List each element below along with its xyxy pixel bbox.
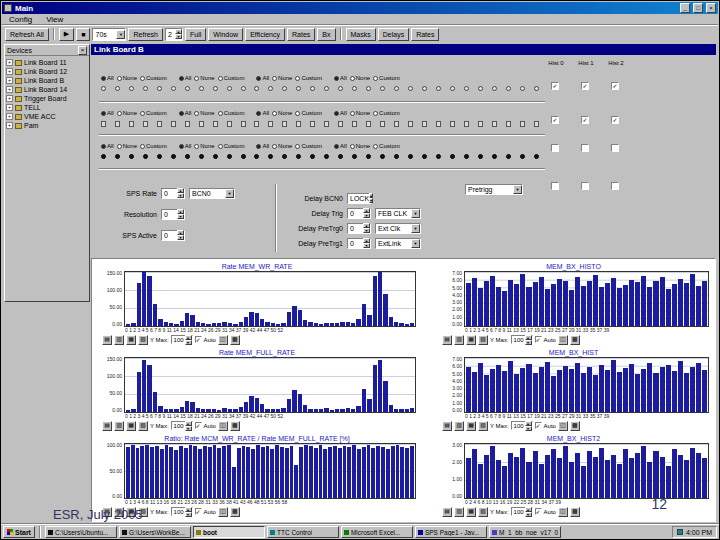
print-icon[interactable]: ▥ [114,335,124,345]
channel-indicator[interactable] [171,154,176,159]
mask-radio-none[interactable]: None [117,110,137,116]
channel-indicator[interactable] [143,121,148,127]
spinner-icon[interactable]: ▴▾ [363,223,370,233]
channel-indicator[interactable] [478,121,483,127]
toolbar-button-refresh[interactable]: Refresh [128,28,163,41]
panel-close-icon[interactable]: × [78,46,87,55]
mask-radio-all[interactable]: All [256,143,269,149]
mask-radio-none[interactable]: None [117,75,137,81]
print-icon[interactable]: ▥ [454,507,464,517]
channel-indicator[interactable] [366,121,371,127]
channel-indicator[interactable] [380,86,385,91]
zoom-icon[interactable]: ◫ [218,421,228,431]
expand-icon[interactable]: + [6,104,13,111]
channel-indicator[interactable] [422,121,427,127]
toolbar-count-field[interactable]: 2▴▾ [165,28,183,41]
channel-indicator[interactable] [506,154,511,159]
delay-trig-field[interactable]: 0 ▴▾ [347,208,371,219]
channel-indicator[interactable] [408,121,413,127]
channel-indicator[interactable] [310,154,315,159]
start-button[interactable]: Start [3,526,35,538]
mask-radio-all[interactable]: All [334,143,347,149]
toolbar-button-rates[interactable]: Rates [411,28,439,41]
delay-pretrg1-field[interactable]: 0 ▴▾ [347,238,371,249]
task-button-ttc-control[interactable]: TTC Control [267,526,339,538]
channel-indicator[interactable] [506,86,511,91]
zoom-icon[interactable]: ◫ [558,421,568,431]
mask-radio-custom[interactable]: Custom [295,75,322,81]
channel-indicator[interactable] [520,121,525,127]
channel-indicator[interactable] [366,154,371,159]
mask-radio-none[interactable]: None [350,75,370,81]
mask-radio-custom[interactable]: Custom [140,143,167,149]
color-icon[interactable]: ▩ [570,421,580,431]
copy-icon[interactable]: ▦ [466,507,476,517]
channel-indicator[interactable] [450,86,455,91]
mask-radio-custom[interactable]: Custom [218,75,245,81]
toolbar-button-efficiency[interactable]: Efficiency [245,28,285,41]
channel-indicator[interactable] [185,121,190,127]
ymax-field[interactable]: 100▴▾ [171,507,193,516]
spinner-icon[interactable]: ▴▾ [185,335,192,345]
mask-radio-none[interactable]: None [194,110,214,116]
spinner-icon[interactable]: ▴▾ [185,507,192,517]
auto-checkbox[interactable]: ✓ [535,422,542,429]
channel-indicator[interactable] [101,121,106,127]
maximize-icon[interactable]: □ [693,3,703,13]
expand-icon[interactable]: + [6,77,13,84]
channel-indicator[interactable] [338,121,343,127]
mask-radio-none[interactable]: None [117,143,137,149]
task-button-sps-page1-jav[interactable]: SPS Page1 - Jav... [415,526,487,538]
spinner-icon[interactable]: ▴▾ [185,421,192,431]
expand-icon[interactable]: + [6,113,13,120]
spinner-icon[interactable]: ▴▾ [363,238,370,248]
auto-checkbox[interactable]: ✓ [535,336,542,343]
toolbar-button-refresh-all[interactable]: Refresh All [5,28,49,41]
chevron-down-icon[interactable]: ▼ [411,209,420,218]
hist-checkbox[interactable] [611,182,619,190]
chevron-down-icon[interactable]: ▼ [411,239,420,248]
channel-indicator[interactable] [171,121,176,127]
toolbar-button-rates[interactable]: Rates [287,28,315,41]
toolbar-button-bx[interactable]: Bx [317,28,335,41]
mask-radio-none[interactable]: None [272,75,292,81]
auto-checkbox[interactable]: ✓ [535,508,542,515]
mask-radio-all[interactable]: All [101,143,114,149]
channel-indicator[interactable] [157,86,162,91]
channel-indicator[interactable] [394,121,399,127]
copy-icon[interactable]: ▦ [466,335,476,345]
channel-indicator[interactable] [157,121,162,127]
channel-indicator[interactable] [282,86,287,91]
mask-radio-all[interactable]: All [256,75,269,81]
copy-icon[interactable]: ▦ [466,421,476,431]
delay-pretrg1-select[interactable]: ExtLink ▼ [375,238,421,249]
spinner-icon[interactable]: ▴▾ [525,421,532,431]
tree-item-link-board-14[interactable]: +Link Board 14 [6,85,88,94]
channel-indicator[interactable] [436,86,441,91]
zoom-icon[interactable]: ◫ [558,507,568,517]
channel-indicator[interactable] [520,154,525,159]
channel-indicator[interactable] [464,86,469,91]
settings-icon[interactable]: ▧ [478,335,488,345]
channel-indicator[interactable] [394,86,399,91]
hist-checkbox[interactable] [611,144,619,152]
channel-indicator[interactable] [450,154,455,159]
expand-icon[interactable]: + [6,86,13,93]
channel-indicator[interactable] [143,154,148,159]
channel-indicator[interactable] [241,86,246,91]
channel-indicator[interactable] [394,154,399,159]
channel-indicator[interactable] [436,121,441,127]
mask-radio-all[interactable]: All [101,110,114,116]
delay-pretrg0-select[interactable]: Ext Clk ▼ [375,223,421,234]
mask-radio-custom[interactable]: Custom [373,75,400,81]
hist-checkbox[interactable]: ✓ [611,82,619,90]
channel-indicator[interactable] [129,86,134,91]
print-icon[interactable]: ▥ [454,335,464,345]
toolbar-button-full[interactable]: Full [185,28,206,41]
ymax-field[interactable]: 100▴▾ [511,421,533,430]
toolbar-button-delays[interactable]: Delays [378,28,409,41]
auto-checkbox[interactable]: ✓ [195,336,202,343]
channel-indicator[interactable] [213,154,218,159]
auto-checkbox[interactable]: ✓ [195,508,202,515]
channel-indicator[interactable] [199,86,204,91]
